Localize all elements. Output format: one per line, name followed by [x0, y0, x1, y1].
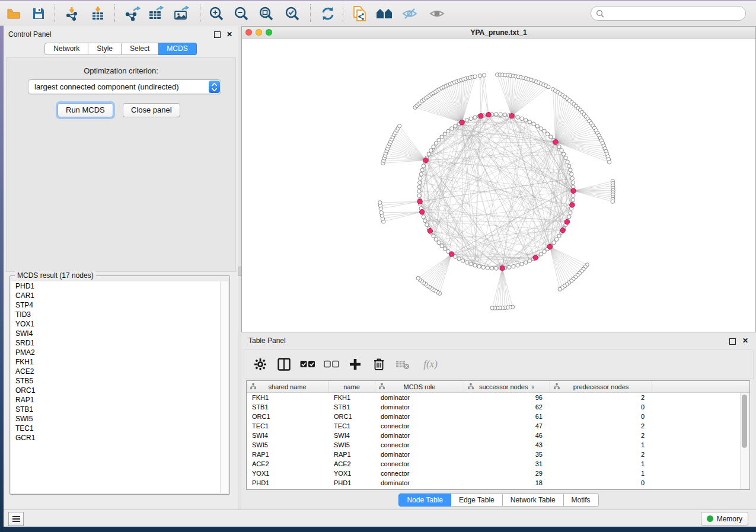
- graph-node[interactable]: [571, 198, 575, 201]
- scrollbar-thumb[interactable]: [742, 395, 747, 448]
- graph-mcds-node[interactable]: [420, 210, 425, 214]
- graph-node[interactable]: [434, 142, 438, 145]
- tab-motifs[interactable]: Motifs: [564, 493, 599, 507]
- graph-node[interactable]: [569, 211, 572, 214]
- delete-row-icon[interactable]: [371, 357, 387, 372]
- graph-node[interactable]: [465, 261, 468, 264]
- column-header-name[interactable]: name: [328, 381, 375, 392]
- graph-node[interactable]: [562, 152, 566, 156]
- graph-mcds-node[interactable]: [570, 203, 575, 207]
- graph-node[interactable]: [427, 152, 430, 156]
- graph-node[interactable]: [422, 215, 425, 219]
- zoom-fit-icon[interactable]: [256, 5, 276, 22]
- graph-mcds-node[interactable]: [417, 199, 422, 204]
- mcds-result-item[interactable]: SWI5: [11, 414, 220, 424]
- close-panel-icon[interactable]: ✕: [742, 338, 748, 344]
- graph-node[interactable]: [422, 164, 425, 168]
- import-network-icon[interactable]: [62, 5, 82, 22]
- graph-node[interactable]: [552, 241, 556, 244]
- close-panel-button[interactable]: Close panel: [123, 103, 180, 117]
- tab-mcds[interactable]: MCDS: [158, 43, 196, 55]
- graph-node[interactable]: [532, 122, 535, 126]
- graph-node[interactable]: [567, 164, 571, 168]
- graph-node[interactable]: [429, 149, 433, 152]
- table-settings-icon[interactable]: [253, 357, 268, 372]
- first-neighbors-icon[interactable]: [375, 5, 395, 22]
- mcds-result-item[interactable]: STB1: [11, 405, 220, 414]
- graph-node[interactable]: [473, 264, 477, 267]
- graph-satellite-node[interactable]: [608, 161, 611, 164]
- graph-node[interactable]: [557, 145, 561, 149]
- mcds-result-item[interactable]: FKH1: [11, 357, 220, 367]
- tab-network-table[interactable]: Network Table: [503, 493, 564, 507]
- graph-node[interactable]: [516, 264, 519, 267]
- graph-node[interactable]: [432, 145, 435, 149]
- graph-node[interactable]: [572, 194, 575, 197]
- save-session-icon[interactable]: [28, 5, 49, 22]
- table-row[interactable]: SWI4SWI4dominator462: [247, 431, 749, 440]
- graph-node[interactable]: [543, 249, 546, 253]
- graph-node[interactable]: [571, 181, 575, 184]
- float-panel-icon[interactable]: [214, 31, 221, 38]
- graph-node[interactable]: [423, 219, 427, 223]
- graph-node[interactable]: [569, 168, 572, 172]
- graph-node[interactable]: [543, 129, 546, 133]
- table-row[interactable]: STB1STB1dominator620: [247, 402, 749, 412]
- hide-selected-icon[interactable]: [400, 5, 420, 22]
- zoom-out-icon[interactable]: [231, 5, 251, 22]
- apply-layout-icon[interactable]: [318, 5, 338, 22]
- graph-node[interactable]: [495, 267, 498, 270]
- graph-node[interactable]: [490, 267, 494, 270]
- mcds-result-item[interactable]: PMA2: [11, 348, 220, 357]
- search-input[interactable]: [604, 9, 731, 18]
- mcds-result-item[interactable]: GCR1: [11, 433, 220, 443]
- run-mcds-button[interactable]: Run MCDS: [58, 103, 113, 117]
- graph-node[interactable]: [524, 118, 528, 122]
- search-box[interactable]: [591, 6, 746, 21]
- zoom-in-icon[interactable]: [206, 5, 227, 22]
- graph-satellite-node[interactable]: [482, 73, 486, 77]
- graph-node[interactable]: [546, 132, 549, 136]
- graph-satellite-node[interactable]: [490, 306, 494, 310]
- graph-node[interactable]: [508, 265, 511, 269]
- graph-node[interactable]: [437, 138, 441, 142]
- graph-node[interactable]: [520, 117, 524, 120]
- graph-node[interactable]: [524, 261, 528, 264]
- graph-node[interactable]: [417, 190, 421, 193]
- table-row[interactable]: TEC1TEC1connector472: [247, 421, 749, 431]
- mcds-result-list[interactable]: PHD1CAR1STP4TID3YOX1SWI4SRD1PMA2FKH1ACE2…: [11, 281, 220, 493]
- graph-node[interactable]: [477, 265, 481, 268]
- clone-network-icon[interactable]: [350, 5, 370, 22]
- graph-satellite-node[interactable]: [478, 74, 481, 78]
- export-network-icon[interactable]: [122, 5, 142, 22]
- close-panel-icon[interactable]: ✕: [227, 31, 232, 37]
- column-header-predecessor-nodes[interactable]: predecessor nodes: [550, 381, 652, 392]
- optimization-criterion-select[interactable]: largest connected component (undirected): [28, 79, 221, 94]
- show-all-icon[interactable]: [427, 5, 447, 22]
- mcds-result-item[interactable]: ACE2: [11, 367, 220, 376]
- task-history-button[interactable]: [8, 512, 24, 526]
- table-row[interactable]: YOX1YOX1connector291: [247, 469, 749, 478]
- table-row[interactable]: FKH1FKH1dominator962: [247, 393, 749, 402]
- add-row-icon[interactable]: [347, 357, 363, 372]
- graph-node[interactable]: [417, 194, 421, 197]
- graph-mcds-node[interactable]: [460, 120, 464, 125]
- graph-node[interactable]: [469, 117, 473, 120]
- graph-node[interactable]: [539, 127, 543, 130]
- tab-style[interactable]: Style: [88, 43, 122, 55]
- graph-satellite-node[interactable]: [547, 85, 550, 89]
- node-table[interactable]: shared namenameMCDS rolesuccessor nodes∨…: [246, 380, 750, 490]
- column-chooser-icon[interactable]: [276, 357, 292, 372]
- column-header-MCDS-role[interactable]: MCDS role: [375, 381, 464, 392]
- mcds-result-item[interactable]: ORC1: [11, 386, 220, 395]
- graph-mcds-node[interactable]: [449, 252, 454, 257]
- graph-node[interactable]: [570, 177, 574, 180]
- graph-node[interactable]: [419, 177, 422, 180]
- column-header-successor-nodes[interactable]: successor nodes∨: [464, 381, 550, 392]
- graph-node[interactable]: [495, 113, 498, 116]
- graph-mcds-node[interactable]: [533, 255, 538, 260]
- graph-node[interactable]: [457, 257, 461, 261]
- table-row[interactable]: RAP1RAP1dominator352: [247, 450, 749, 459]
- open-file-icon[interactable]: [4, 5, 24, 22]
- graph-satellite-node[interactable]: [379, 211, 383, 214]
